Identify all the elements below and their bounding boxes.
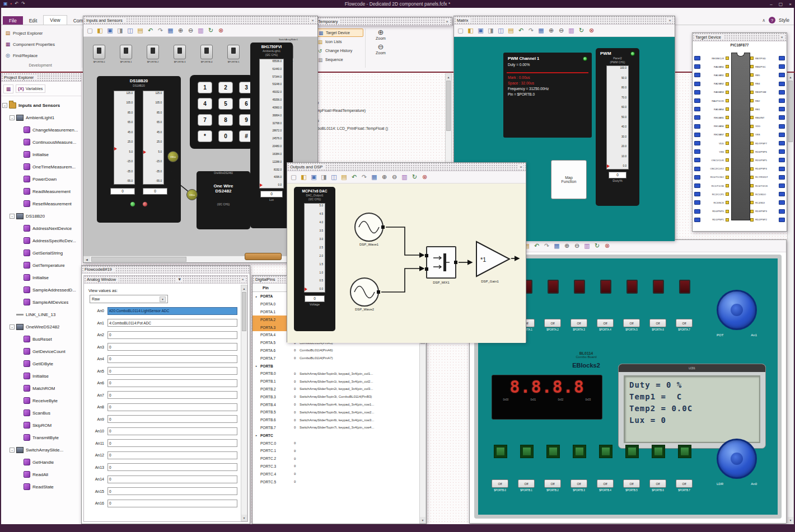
pin-pad[interactable] <box>750 218 754 222</box>
pin-connector[interactable] <box>779 107 785 111</box>
tab-file[interactable]: File <box>3 16 23 25</box>
keypad-key[interactable]: 0 <box>218 130 233 142</box>
undo-icon[interactable]: ↶ <box>516 26 526 35</box>
pin-pad[interactable] <box>750 201 754 204</box>
pin-connector[interactable] <box>779 167 785 171</box>
pin-pad[interactable] <box>726 82 729 86</box>
zoom-in-icon[interactable]: ⊕ <box>546 26 556 35</box>
pin-pad[interactable] <box>726 91 729 94</box>
keypad-key[interactable]: 7 <box>198 114 212 126</box>
pin-connector[interactable] <box>779 82 785 86</box>
expander-icon[interactable] <box>10 115 15 120</box>
scrollbar[interactable] <box>241 285 247 521</box>
tree-item[interactable]: Inputs and Sensors <box>1 99 81 111</box>
off-button[interactable]: Off <box>649 319 666 327</box>
pin-pad[interactable] <box>726 73 729 77</box>
off-button[interactable]: Off <box>492 479 508 488</box>
pin-pad[interactable] <box>750 73 754 77</box>
dsp-wave1-component[interactable] <box>354 213 384 242</box>
toggle-switch[interactable] <box>147 45 159 59</box>
pin-pad[interactable] <box>726 116 729 119</box>
onewire-connector[interactable]: 1Wire <box>186 189 198 200</box>
off-button[interactable]: Off <box>570 319 587 327</box>
grid-icon[interactable]: ▦ <box>552 241 562 251</box>
analog-value-field[interactable]: 0 <box>107 391 237 399</box>
pin-connector[interactable] <box>779 124 785 129</box>
analog-value-field[interactable]: 0 <box>107 403 237 411</box>
pin-pad[interactable] <box>726 57 729 60</box>
cut-icon[interactable]: ◨ <box>115 26 125 35</box>
off-button[interactable]: Off <box>649 479 666 488</box>
pin-pad[interactable] <box>726 99 729 102</box>
PORTC[interactable]: PORTC <box>252 431 419 439</box>
pin-connector[interactable] <box>779 73 785 77</box>
green-button[interactable] <box>678 445 691 458</box>
ribbon-button[interactable]: ▦ Component Properties <box>3 39 82 50</box>
view-toggle[interactable]: ▤ Icon Lists <box>316 37 363 46</box>
analog-value-field[interactable]: 0 <box>107 379 237 387</box>
pin-pad[interactable] <box>726 218 729 222</box>
tree-item[interactable]: ResetMeasurement <box>1 197 81 210</box>
close-icon[interactable]: × <box>240 277 245 282</box>
delete-icon[interactable]: ⊗ <box>420 172 429 182</box>
close-icon[interactable]: × <box>310 18 315 23</box>
expander-icon[interactable] <box>10 214 15 219</box>
rotate-icon[interactable]: ↻ <box>592 241 602 251</box>
analog-value-field[interactable]: 0 <box>107 475 237 483</box>
dock-icon[interactable]: ▼ <box>176 277 183 282</box>
PORTB.0[interactable]: PORTB.0 0 SwitchArraySliderTopin0i, keyp… <box>252 370 419 378</box>
pin-pad[interactable] <box>726 184 729 187</box>
keypad-key[interactable]: 2 <box>218 82 233 93</box>
analog-value-field[interactable]: 0 <box>107 463 237 471</box>
tree-item[interactable]: OneTimeMeasurem... <box>1 161 81 173</box>
zoom-in-icon[interactable]: ⊕ <box>380 172 389 182</box>
view-toggle[interactable]: ↺ Change History <box>316 46 363 55</box>
pin-connector[interactable] <box>694 167 700 171</box>
pin-pad[interactable] <box>750 99 754 102</box>
off-button[interactable]: Off <box>597 319 614 327</box>
analog-value-field[interactable]: 0 <box>107 355 237 363</box>
analog-value-field[interactable]: 0 <box>107 487 237 495</box>
analog-value-field[interactable]: #20:ComboBL0114:LightSensor ADC <box>107 307 237 315</box>
tree-item[interactable]: AddressSpecificDev... <box>1 234 81 247</box>
analog-value-field[interactable]: 0 <box>107 451 237 459</box>
pin-connector[interactable] <box>694 141 700 145</box>
close-icon[interactable]: × <box>445 19 450 24</box>
green-button[interactable] <box>652 445 665 458</box>
panel-switch[interactable]: $PORTB.3 <box>173 45 186 63</box>
pin-pad[interactable] <box>726 176 729 179</box>
pwm-channel1-component[interactable]: PWM Channel 1 Duty = 0.00% Mark : 0.00us… <box>503 53 592 138</box>
off-button[interactable]: Off <box>676 319 693 327</box>
pot-knob[interactable] <box>717 290 757 330</box>
ds2482-component[interactable]: OneWireDS2482 One Wire DS2482 (I2C CH1) <box>197 171 250 229</box>
dsp-wave2-component[interactable] <box>350 277 379 307</box>
pin-connector[interactable] <box>779 183 785 188</box>
dsp-gain-component[interactable]: *1 <box>475 241 511 277</box>
ribbon-button[interactable]: ▤ Project Explorer <box>3 27 82 39</box>
layers-icon[interactable]: ▥ <box>582 241 592 251</box>
app-icon[interactable]: ▣ <box>3 2 8 6</box>
tree-item[interactable]: SwitchArraySlide... <box>1 444 81 456</box>
close-icon[interactable]: × <box>789 2 792 7</box>
minimize-icon[interactable]: – <box>770 2 772 7</box>
green-button[interactable] <box>625 445 639 458</box>
off-button[interactable]: Off <box>544 319 561 327</box>
pin-pad[interactable] <box>750 176 754 179</box>
pin-connector[interactable] <box>779 149 785 154</box>
tree-item[interactable]: SampleAddressedD... <box>1 284 81 296</box>
redo-icon[interactable]: ↷ <box>156 26 165 35</box>
pwm-panel2-component[interactable]: PWM Panel2 (PWM CH1) 100.090.080.070.060… <box>596 48 639 206</box>
redo-icon[interactable]: ↷ <box>526 26 536 35</box>
pin-connector[interactable] <box>694 98 700 103</box>
ds18b20-component[interactable]: DS18B20 DS18B20 125.0105.085.065.045.025… <box>97 76 181 223</box>
rotate-icon[interactable]: ↻ <box>410 172 419 182</box>
tree-item[interactable]: GetDeviceCount <box>1 345 81 357</box>
off-button[interactable]: Off <box>518 479 535 488</box>
pin-connector[interactable] <box>779 200 785 205</box>
expander-icon[interactable] <box>10 448 15 453</box>
pin-connector[interactable] <box>694 124 700 129</box>
grid-icon[interactable]: ▦ <box>536 26 546 35</box>
paste-icon[interactable]: ▤ <box>339 172 349 182</box>
tree-item[interactable]: BusReset <box>1 333 81 345</box>
open-icon[interactable]: ◧ <box>95 26 105 35</box>
